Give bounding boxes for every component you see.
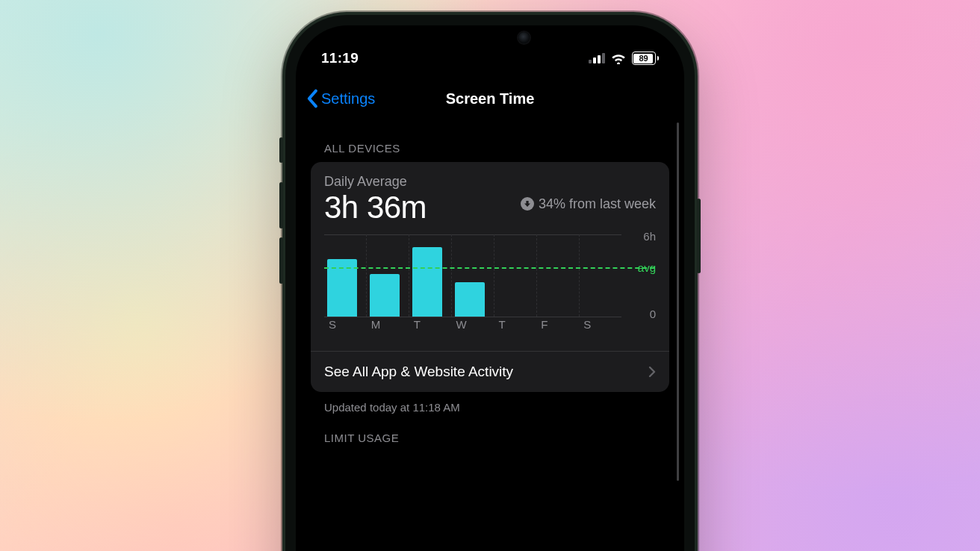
volume-down-button[interactable]	[279, 237, 283, 284]
front-camera	[518, 32, 530, 43]
x-axis-label: F	[536, 318, 579, 331]
trend-indicator: 34% from last week	[521, 196, 656, 213]
usage-chart[interactable]: SMTWTFS 6h avg 0	[324, 234, 656, 333]
section-header-all-devices: ALL DEVICES	[324, 142, 669, 155]
battery-indicator: 89	[632, 52, 660, 65]
content: ALL DEVICES Daily Average 3h 36m 34% fro…	[296, 124, 684, 452]
x-axis-label: M	[367, 318, 409, 331]
arrow-down-icon	[521, 197, 534, 211]
chart-bar	[412, 247, 441, 317]
back-label: Settings	[321, 90, 375, 108]
back-button[interactable]: Settings	[306, 89, 375, 108]
power-button[interactable]	[697, 199, 701, 273]
chart-column	[324, 234, 367, 317]
chart-bar	[455, 282, 484, 317]
chart-bar	[370, 274, 399, 317]
trend-text: 34% from last week	[539, 196, 656, 213]
section-header-limit-usage: LIMIT USAGE	[324, 432, 669, 444]
chart-column	[494, 234, 537, 317]
notch	[419, 25, 561, 51]
daily-average-label: Daily Average	[324, 174, 656, 190]
updated-text: Updated today at 11:18 AM	[324, 401, 669, 414]
chevron-left-icon	[306, 89, 320, 108]
wifi-icon	[611, 52, 626, 64]
battery-level: 89	[639, 54, 648, 63]
volume-up-button[interactable]	[279, 182, 283, 228]
chart-column	[409, 234, 452, 317]
nav-bar: Settings Screen Time	[296, 81, 684, 116]
phone-frame: 11:19 89 Settings Screen Time ALL DEVICE…	[282, 12, 698, 551]
x-axis-label: S	[324, 318, 367, 331]
daily-average-card: Daily Average 3h 36m 34% from last week	[311, 162, 669, 392]
y-axis-top: 6h	[643, 230, 656, 243]
page-title: Screen Time	[446, 90, 535, 108]
cellular-icon	[589, 53, 605, 63]
daily-average-value: 3h 36m	[324, 191, 427, 224]
x-axis-label: T	[409, 318, 452, 331]
chart-column	[580, 234, 621, 317]
x-axis-label: W	[452, 318, 494, 331]
y-axis-bottom: 0	[650, 308, 656, 320]
x-axis-label: T	[494, 318, 536, 331]
chart-column	[537, 234, 580, 317]
x-axis-label: S	[579, 318, 621, 331]
chart-column	[367, 234, 409, 317]
see-all-activity-button[interactable]: See All App & Website Activity	[311, 352, 669, 392]
chart-column	[452, 234, 494, 317]
silence-switch[interactable]	[279, 137, 283, 163]
average-line	[324, 267, 654, 269]
see-all-label: See All App & Website Activity	[324, 364, 513, 380]
chevron-right-icon	[648, 366, 656, 378]
status-time: 11:19	[321, 50, 359, 66]
screen: 11:19 89 Settings Screen Time ALL DEVICE…	[296, 25, 684, 551]
